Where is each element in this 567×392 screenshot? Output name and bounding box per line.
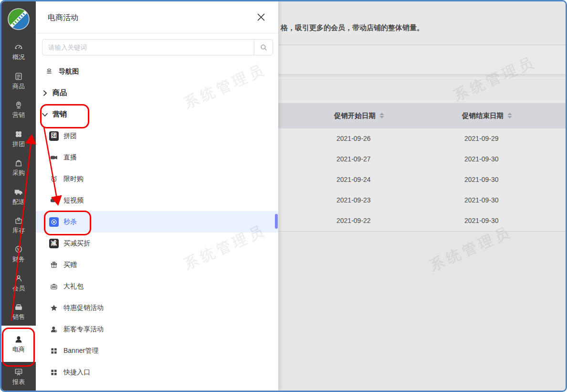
cell-end-date: 2021-09-30 bbox=[464, 211, 499, 231]
sidebar-item-delivery[interactable]: 配送 bbox=[1, 181, 36, 210]
menu-item-goods[interactable]: 商品 bbox=[36, 82, 278, 104]
logo-icon bbox=[7, 8, 30, 31]
sidebar-item-marketing[interactable]: 营销 bbox=[1, 95, 36, 123]
column-header-end-date[interactable]: 促销结束日期 bbox=[462, 103, 512, 128]
sidebar-item-purchase[interactable]: 采购 bbox=[1, 152, 36, 181]
menu-item-label: Banner管理 bbox=[63, 347, 98, 355]
inventory-box-icon bbox=[14, 216, 23, 225]
sidebar-item-label: 营销 bbox=[12, 112, 25, 118]
menu-item-seckill[interactable]: 秒杀 bbox=[36, 211, 278, 233]
chevron-right-icon bbox=[40, 88, 50, 98]
cell-end-date: 2021-09-30 bbox=[464, 190, 499, 211]
finance-coin-icon bbox=[14, 244, 23, 254]
menu-item-label: 限时购 bbox=[63, 175, 84, 183]
sidebar-item-groupbuy[interactable]: 拼团 bbox=[1, 124, 36, 152]
seckill-tile-icon bbox=[49, 217, 59, 227]
sidebar-item-label: 商品 bbox=[12, 83, 25, 89]
sidebar-item-label: 销售 bbox=[12, 314, 25, 320]
menu-item-quick-entry[interactable]: 快捷入口 bbox=[36, 361, 278, 383]
menu-item-label: 拼团 bbox=[63, 132, 77, 140]
menu-item-big-bundle[interactable]: 大礼包 bbox=[36, 275, 278, 297]
sidebar-item-label: 电商 bbox=[12, 346, 25, 352]
cell-end-date: 2021-09-29 bbox=[464, 128, 499, 149]
menu-item-marketing[interactable]: 营销 bbox=[36, 104, 278, 125]
sidebar-item-label: 采购 bbox=[12, 170, 25, 176]
delivery-truck-icon bbox=[14, 187, 23, 197]
case-icon bbox=[49, 282, 59, 291]
menu-item-label: 买减买折 bbox=[63, 239, 90, 248]
menu-item-navmap[interactable]: 导航图 bbox=[36, 61, 278, 82]
star-icon bbox=[49, 303, 59, 313]
gauge-icon bbox=[14, 42, 23, 52]
cell-end-date: 2021-09-30 bbox=[464, 149, 499, 170]
sidebar-item-label: 概况 bbox=[12, 54, 25, 60]
sidebar-item-overview[interactable]: 概况 bbox=[1, 37, 36, 65]
menu-item-label: 短视频 bbox=[63, 196, 84, 205]
menu-item-label: 新客专享活动 bbox=[63, 325, 104, 334]
cell-end-date: 2021-09-30 bbox=[464, 170, 499, 190]
menu-item-label: 直播 bbox=[63, 153, 77, 162]
sidebar-item-report[interactable]: 报表 bbox=[1, 362, 36, 391]
menu-item-livestream[interactable]: 直播 bbox=[36, 147, 278, 168]
sidebar-item-label: 配送 bbox=[12, 199, 25, 205]
report-board-icon bbox=[14, 367, 23, 377]
menu-item-gift[interactable]: 买赠 bbox=[36, 254, 278, 275]
groupbuy-tile-icon: 团 bbox=[49, 131, 59, 141]
column-header-start-date[interactable]: 促销开始日期 bbox=[334, 103, 384, 128]
grid-icon bbox=[49, 368, 59, 377]
menu-item-label: 特惠促销活动 bbox=[63, 304, 104, 312]
sort-caret-icon[interactable] bbox=[379, 113, 384, 118]
discount-tile-icon: 减 bbox=[49, 239, 59, 248]
member-person-icon bbox=[14, 274, 23, 283]
flyout-header: 电商活动 bbox=[36, 1, 278, 33]
menu-item-special-promo[interactable]: 特惠促销活动 bbox=[36, 297, 278, 318]
menu-item-label: 快捷入口 bbox=[63, 368, 90, 377]
cell-start-date: 2021-09-24 bbox=[336, 170, 371, 190]
cell-start-date: 2021-09-27 bbox=[336, 149, 371, 170]
menu-item-flash-buy[interactable]: 限时购 bbox=[36, 168, 278, 190]
cell-start-date: 2021-09-26 bbox=[336, 128, 371, 149]
cell-start-date: 2021-09-23 bbox=[336, 190, 371, 211]
navmap-icon bbox=[44, 67, 54, 76]
close-icon[interactable] bbox=[254, 11, 268, 24]
menu-item-label: 买赠 bbox=[63, 261, 77, 269]
purchase-bag-icon bbox=[14, 158, 23, 168]
menu-item-label: 商品 bbox=[52, 88, 67, 97]
menu-item-discount[interactable]: 减 买减买折 bbox=[36, 233, 278, 254]
goods-doc-icon bbox=[14, 72, 23, 81]
sort-caret-icon[interactable] bbox=[507, 113, 512, 118]
grid-icon bbox=[49, 346, 59, 356]
live-camera-icon bbox=[49, 153, 59, 162]
menu-item-label: 营销 bbox=[52, 110, 67, 119]
alarm-clock-icon bbox=[49, 174, 59, 184]
sidebar-item-label: 库存 bbox=[12, 227, 25, 233]
marketing-badge-icon bbox=[14, 100, 23, 110]
panel-scrollbar-thumb[interactable] bbox=[275, 214, 278, 229]
sidebar-item-ecommerce[interactable]: 电商 bbox=[1, 326, 36, 361]
sidebar-item-member[interactable]: 会员 bbox=[1, 268, 36, 297]
menu-item-new-customer[interactable]: 新客专享活动 bbox=[36, 318, 278, 340]
sidebar-item-goods[interactable]: 商品 bbox=[1, 66, 36, 95]
sidebar-item-label: 财务 bbox=[12, 256, 25, 262]
search-icon[interactable] bbox=[254, 40, 273, 55]
menu-item-banner-manage[interactable]: Banner管理 bbox=[36, 340, 278, 361]
four-dots-icon bbox=[14, 129, 23, 139]
sidebar-item-inventory[interactable]: 库存 bbox=[1, 210, 36, 239]
menu-item-short-video[interactable]: 短视频 bbox=[36, 190, 278, 211]
sidebar-item-label: 会员 bbox=[12, 285, 25, 291]
chevron-down-icon bbox=[40, 110, 50, 119]
search-input[interactable] bbox=[42, 40, 254, 55]
sidebar-item-sales[interactable]: 销售 bbox=[1, 297, 36, 326]
menu-item-label: 大礼包 bbox=[63, 282, 84, 291]
person-plus-icon bbox=[49, 325, 59, 334]
sidebar-item-label: 拼团 bbox=[12, 141, 25, 147]
menu-item-groupbuy[interactable]: 团 拼团 bbox=[36, 125, 278, 147]
menu-item-label: 秒杀 bbox=[63, 218, 77, 226]
sidebar-item-finance[interactable]: 财务 bbox=[1, 239, 36, 268]
sales-register-icon bbox=[14, 302, 23, 312]
activity-menu: 导航图 商品 营销 团 拼团 直播 限时购 bbox=[36, 61, 278, 383]
video-camera-icon bbox=[49, 196, 59, 205]
app-window: 格，吸引更多的会员，带动店铺的整体销量。 促销开始日期 促销结束日期 2021-… bbox=[0, 0, 567, 392]
app-logo[interactable] bbox=[1, 1, 36, 37]
gift-icon bbox=[49, 260, 59, 270]
